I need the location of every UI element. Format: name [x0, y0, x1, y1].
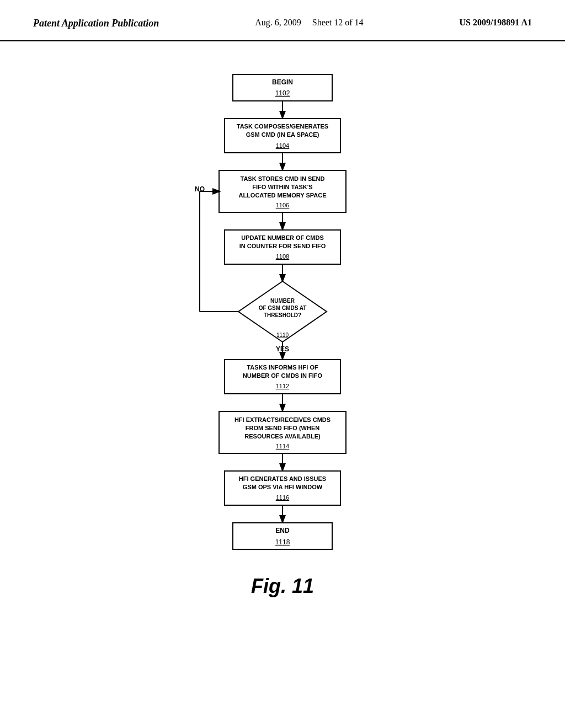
label-1118: 1118: [275, 538, 290, 546]
publication-date: Aug. 6, 2009: [255, 18, 301, 27]
label-1106: 1106: [276, 202, 289, 208]
text-1112-1: TASKS INFORMS HFI OF: [247, 364, 318, 371]
text-1106-1: TASK STORES CMD IN SEND: [241, 175, 325, 182]
text-1116-2: GSM OPS VIA HFI WINDOW: [243, 484, 323, 490]
flowchart-svg: BEGIN 1102 TASK COMPOSES/GENERATES GSM C…: [145, 63, 420, 659]
flowchart-container: BEGIN 1102 TASK COMPOSES/GENERATES GSM C…: [145, 63, 420, 659]
publication-title: Patent Application Publication: [33, 18, 159, 29]
page-header: Patent Application Publication Aug. 6, 2…: [0, 0, 565, 41]
text-1112-2: NUMBER OF CMDS IN FIFO: [243, 372, 323, 379]
text-1114-3: RESOURCES AVAILABLE): [244, 433, 321, 440]
text-1104-2: GSM CMD (IN EA SPACE): [246, 131, 319, 138]
text-1110-1: NUMBER: [270, 298, 295, 304]
figure-caption: Fig. 11: [251, 575, 314, 597]
label-1116: 1116: [276, 494, 289, 501]
text-1110-2: OF GSM CMDS AT: [259, 305, 307, 311]
text-1110-3: THRESHOLD?: [264, 312, 301, 318]
patent-number: US 2009/198891 A1: [459, 18, 532, 28]
text-begin: BEGIN: [272, 78, 293, 86]
text-1108-1: UPDATE NUMBER OF CMDS: [241, 234, 324, 241]
label-1114: 1114: [276, 443, 289, 449]
text-1106-3: ALLOCATED MEMORY SPACE: [238, 192, 326, 199]
label-1108: 1108: [276, 253, 289, 260]
text-1106-2: FIFO WITHIN TASK'S: [252, 184, 312, 190]
text-1116-1: HFI GENERATES AND ISSUES: [239, 475, 326, 482]
text-end: END: [275, 527, 290, 534]
text-1114-2: FROM SEND FIFO (WHEN: [246, 425, 319, 431]
label-1110: 1110: [276, 332, 289, 338]
label-1102: 1102: [275, 89, 290, 97]
main-content: BEGIN 1102 TASK COMPOSES/GENERATES GSM C…: [0, 41, 565, 670]
sheet-info: Sheet 12 of 14: [312, 18, 364, 27]
text-1104-1: TASK COMPOSES/GENERATES: [237, 123, 328, 130]
text-1108-2: IN COUNTER FOR SEND FIFO: [239, 243, 326, 249]
header-date-sheet: Aug. 6, 2009 Sheet 12 of 14: [255, 18, 363, 28]
label-1112: 1112: [276, 383, 289, 389]
label-1104: 1104: [276, 142, 289, 149]
text-1114-1: HFI EXTRACTS/RECEIVES CMDS: [234, 416, 331, 423]
